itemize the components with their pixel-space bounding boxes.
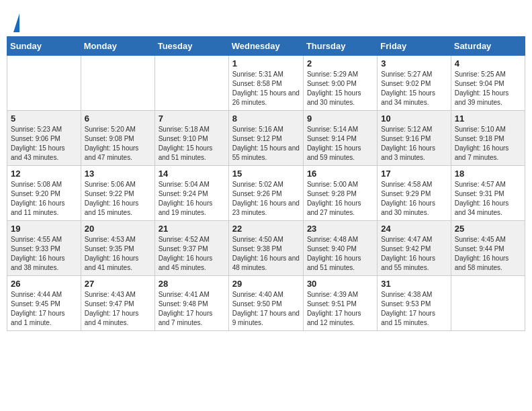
daylight-text: Daylight: 16 hours and 38 minutes. xyxy=(11,254,77,273)
day-number: 1 xyxy=(232,58,300,68)
daylight-text: Daylight: 16 hours and 11 minutes. xyxy=(11,199,77,218)
day-number: 30 xyxy=(307,279,373,289)
daylight-text: Daylight: 15 hours and 34 minutes. xyxy=(381,89,447,107)
calendar-cell xyxy=(81,56,154,111)
calendar-cell: 10Sunrise: 5:12 AMSunset: 9:16 PMDayligh… xyxy=(378,111,451,166)
daylight-text: Daylight: 16 hours and 30 minutes. xyxy=(381,199,447,218)
calendar-cell: 6Sunrise: 5:20 AMSunset: 9:08 PMDaylight… xyxy=(81,111,154,166)
daylight-text: Daylight: 16 hours and 34 minutes. xyxy=(455,199,521,218)
daylight-text: Daylight: 17 hours and 4 minutes. xyxy=(85,309,151,328)
day-number: 13 xyxy=(85,169,151,179)
sunset-text: Sunset: 9:14 PM xyxy=(307,134,373,144)
sunset-text: Sunset: 9:51 PM xyxy=(307,300,373,309)
daylight-text: Daylight: 15 hours and 47 minutes. xyxy=(85,144,151,163)
cell-info: Sunrise: 4:47 AMSunset: 9:42 PMDaylight:… xyxy=(381,235,447,273)
sunrise-text: Sunrise: 4:41 AM xyxy=(159,290,225,300)
day-number: 20 xyxy=(85,224,151,234)
sunset-text: Sunset: 9:24 PM xyxy=(159,189,225,199)
daylight-text: Daylight: 15 hours and 51 minutes. xyxy=(159,144,225,163)
calendar-cell: 9Sunrise: 5:14 AMSunset: 9:14 PMDaylight… xyxy=(303,111,377,166)
calendar-cell: 23Sunrise: 4:48 AMSunset: 9:40 PMDayligh… xyxy=(303,221,377,276)
sunset-text: Sunset: 9:42 PM xyxy=(381,244,447,254)
daylight-text: Daylight: 15 hours and 55 minutes. xyxy=(232,144,300,163)
calendar-cell: 1Sunrise: 5:31 AMSunset: 8:58 PMDaylight… xyxy=(228,56,303,111)
cell-info: Sunrise: 5:27 AMSunset: 9:02 PMDaylight:… xyxy=(381,70,447,107)
daylight-text: Daylight: 15 hours and 26 minutes. xyxy=(232,89,300,107)
calendar-cell: 16Sunrise: 5:00 AMSunset: 9:28 PMDayligh… xyxy=(303,166,377,221)
cell-info: Sunrise: 4:39 AMSunset: 9:51 PMDaylight:… xyxy=(307,290,373,328)
day-number: 17 xyxy=(381,169,447,179)
sunset-text: Sunset: 9:47 PM xyxy=(85,300,151,309)
day-number: 6 xyxy=(85,113,151,124)
sunrise-text: Sunrise: 5:08 AM xyxy=(11,180,77,189)
sunset-text: Sunset: 9:26 PM xyxy=(232,189,300,199)
sunrise-text: Sunrise: 5:12 AM xyxy=(381,125,447,134)
day-header-saturday: Saturday xyxy=(451,37,525,56)
sunset-text: Sunset: 9:53 PM xyxy=(381,300,447,309)
cell-info: Sunrise: 5:04 AMSunset: 9:24 PMDaylight:… xyxy=(159,180,225,218)
sunrise-text: Sunrise: 5:16 AM xyxy=(232,125,300,134)
daylight-text: Daylight: 15 hours and 30 minutes. xyxy=(307,89,373,107)
cell-info: Sunrise: 4:38 AMSunset: 9:53 PMDaylight:… xyxy=(381,290,447,328)
day-number: 8 xyxy=(232,113,300,124)
cell-info: Sunrise: 5:20 AMSunset: 9:08 PMDaylight:… xyxy=(85,125,151,163)
day-number: 22 xyxy=(232,224,300,234)
daylight-text: Daylight: 16 hours and 23 minutes. xyxy=(232,199,300,218)
daylight-text: Daylight: 17 hours and 15 minutes. xyxy=(381,309,447,328)
sunrise-text: Sunrise: 4:39 AM xyxy=(307,290,373,300)
day-number: 12 xyxy=(11,169,77,179)
day-header-friday: Friday xyxy=(378,37,451,56)
day-header-wednesday: Wednesday xyxy=(228,37,303,56)
sunset-text: Sunset: 9:28 PM xyxy=(307,189,373,199)
cell-info: Sunrise: 4:57 AMSunset: 9:31 PMDaylight:… xyxy=(455,180,521,218)
calendar-cell: 4Sunrise: 5:25 AMSunset: 9:04 PMDaylight… xyxy=(451,56,525,111)
cell-info: Sunrise: 4:44 AMSunset: 9:45 PMDaylight:… xyxy=(11,290,77,328)
sunset-text: Sunset: 9:33 PM xyxy=(11,244,77,254)
calendar-cell: 15Sunrise: 5:02 AMSunset: 9:26 PMDayligh… xyxy=(228,166,303,221)
daylight-text: Daylight: 16 hours and 27 minutes. xyxy=(307,199,373,218)
sunrise-text: Sunrise: 5:20 AM xyxy=(85,125,151,134)
cell-info: Sunrise: 5:29 AMSunset: 9:00 PMDaylight:… xyxy=(307,70,373,107)
calendar-cell: 31Sunrise: 4:38 AMSunset: 9:53 PMDayligh… xyxy=(378,276,451,331)
daylight-text: Daylight: 15 hours and 39 minutes. xyxy=(455,89,521,107)
cell-info: Sunrise: 4:52 AMSunset: 9:37 PMDaylight:… xyxy=(159,235,225,273)
sunrise-text: Sunrise: 4:38 AM xyxy=(381,290,447,300)
sunrise-text: Sunrise: 4:44 AM xyxy=(11,290,77,300)
daylight-text: Daylight: 17 hours and 9 minutes. xyxy=(232,309,300,328)
calendar-cell xyxy=(7,56,81,111)
cell-info: Sunrise: 5:12 AMSunset: 9:16 PMDaylight:… xyxy=(381,125,447,163)
day-number: 25 xyxy=(455,224,521,234)
daylight-text: Daylight: 16 hours and 45 minutes. xyxy=(159,254,225,273)
sunset-text: Sunset: 9:40 PM xyxy=(307,244,373,254)
cell-info: Sunrise: 4:53 AMSunset: 9:35 PMDaylight:… xyxy=(85,235,151,273)
cell-info: Sunrise: 5:10 AMSunset: 9:18 PMDaylight:… xyxy=(455,125,521,163)
sunrise-text: Sunrise: 4:40 AM xyxy=(232,290,300,300)
calendar-header-row: SundayMondayTuesdayWednesdayThursdayFrid… xyxy=(7,37,525,56)
page-header xyxy=(7,7,525,36)
sunrise-text: Sunrise: 4:57 AM xyxy=(455,180,521,189)
calendar-cell: 17Sunrise: 4:58 AMSunset: 9:29 PMDayligh… xyxy=(378,166,451,221)
calendar-cell: 22Sunrise: 4:50 AMSunset: 9:38 PMDayligh… xyxy=(228,221,303,276)
sunrise-text: Sunrise: 5:06 AM xyxy=(85,180,151,189)
calendar-cell: 5Sunrise: 5:23 AMSunset: 9:06 PMDaylight… xyxy=(7,111,81,166)
day-number: 2 xyxy=(307,58,373,68)
daylight-text: Daylight: 15 hours and 43 minutes. xyxy=(11,144,77,163)
cell-info: Sunrise: 5:16 AMSunset: 9:12 PMDaylight:… xyxy=(232,125,300,163)
calendar-cell: 3Sunrise: 5:27 AMSunset: 9:02 PMDaylight… xyxy=(378,56,451,111)
sunset-text: Sunset: 9:35 PM xyxy=(85,244,151,254)
sunset-text: Sunset: 9:12 PM xyxy=(232,134,300,144)
sunset-text: Sunset: 9:00 PM xyxy=(307,79,373,89)
cell-info: Sunrise: 4:41 AMSunset: 9:48 PMDaylight:… xyxy=(159,290,225,328)
calendar-cell xyxy=(451,276,525,331)
sunrise-text: Sunrise: 5:29 AM xyxy=(307,70,373,79)
sunrise-text: Sunrise: 4:47 AM xyxy=(381,235,447,244)
cell-info: Sunrise: 4:50 AMSunset: 9:38 PMDaylight:… xyxy=(232,235,300,273)
sunrise-text: Sunrise: 5:14 AM xyxy=(307,125,373,134)
sunset-text: Sunset: 9:02 PM xyxy=(381,79,447,89)
day-header-monday: Monday xyxy=(81,37,154,56)
sunset-text: Sunset: 9:16 PM xyxy=(381,134,447,144)
sunset-text: Sunset: 9:29 PM xyxy=(381,189,447,199)
calendar-week-1: 1Sunrise: 5:31 AMSunset: 8:58 PMDaylight… xyxy=(7,56,525,111)
sunset-text: Sunset: 9:06 PM xyxy=(11,134,77,144)
cell-info: Sunrise: 5:14 AMSunset: 9:14 PMDaylight:… xyxy=(307,125,373,163)
